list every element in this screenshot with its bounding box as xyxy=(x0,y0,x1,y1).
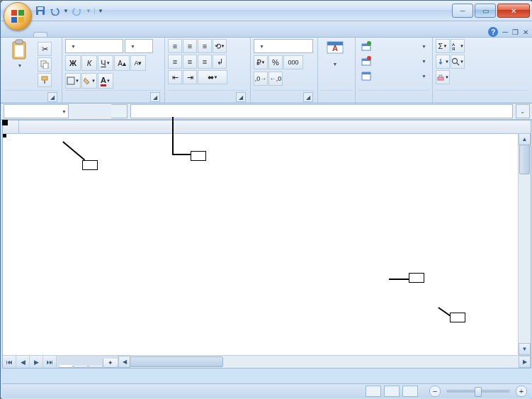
dialog-launcher-icon[interactable]: ◢ xyxy=(303,92,313,102)
svg-rect-14 xyxy=(67,77,74,84)
font-color-button[interactable]: A▼ xyxy=(98,73,113,89)
expand-formula-bar-icon[interactable]: ⌄ xyxy=(516,104,530,118)
percent-icon[interactable]: % xyxy=(268,55,283,69)
autosum-icon[interactable]: Σ▼ xyxy=(436,39,450,53)
formula-input[interactable] xyxy=(130,104,513,118)
tab-insert[interactable] xyxy=(47,32,62,37)
sheet-nav-first-icon[interactable]: ⏮ xyxy=(3,356,16,368)
clear-icon[interactable]: ▼ xyxy=(436,70,450,84)
vertical-scrollbar[interactable]: ▲ ▼ xyxy=(518,133,531,355)
svg-rect-12 xyxy=(42,77,47,80)
insert-function-button[interactable] xyxy=(111,104,128,118)
view-page-layout-icon[interactable] xyxy=(384,386,400,397)
redo-icon[interactable] xyxy=(72,5,83,16)
cut-icon[interactable]: ✂ xyxy=(38,42,52,56)
align-middle-icon[interactable]: ≡ xyxy=(183,39,197,53)
sheet-tab-3[interactable] xyxy=(88,366,103,368)
grid-rows[interactable] xyxy=(3,133,518,355)
border-button[interactable]: ▼ xyxy=(65,73,81,89)
align-left-icon[interactable]: ≡ xyxy=(168,55,182,69)
currency-icon[interactable]: ₽▼ xyxy=(254,55,268,69)
wrap-text-icon[interactable]: ↲ xyxy=(213,55,227,69)
tab-abbyy[interactable] xyxy=(132,32,147,37)
decrease-indent-icon[interactable]: ⇤ xyxy=(168,70,182,84)
decrease-decimal-icon[interactable]: ←,0 xyxy=(268,72,283,86)
align-bottom-icon[interactable]: ≡ xyxy=(198,39,212,53)
scroll-down-icon[interactable]: ▼ xyxy=(519,343,531,355)
cells-format-button[interactable]: ▼ xyxy=(358,69,429,83)
zoom-out-button[interactable]: − xyxy=(429,386,441,397)
sheet-tab-2[interactable] xyxy=(73,366,89,368)
decrease-font-icon[interactable]: A▾ xyxy=(130,55,146,71)
sheet-nav-next-icon[interactable]: ▶ xyxy=(30,356,43,368)
cells-delete-button[interactable]: ▼ xyxy=(358,54,429,68)
underline-button[interactable]: Ч▼ xyxy=(98,55,113,71)
close-button[interactable]: ✕ xyxy=(497,4,530,18)
sheet-nav-last-icon[interactable]: ⏭ xyxy=(43,356,57,368)
svg-rect-1 xyxy=(18,10,24,16)
svg-rect-13 xyxy=(44,80,45,84)
new-sheet-button[interactable]: ✦ xyxy=(103,359,118,368)
tab-view[interactable] xyxy=(118,32,132,37)
doc-restore-icon[interactable]: ❐ xyxy=(512,28,519,36)
office-button[interactable] xyxy=(4,2,32,30)
tab-data[interactable] xyxy=(90,32,104,37)
align-right-icon[interactable]: ≡ xyxy=(198,55,212,69)
italic-button[interactable]: К xyxy=(81,55,97,71)
tab-home[interactable] xyxy=(33,32,47,37)
font-size-combo[interactable]: ▼ xyxy=(125,39,153,53)
view-normal-icon[interactable] xyxy=(366,386,381,397)
tab-review[interactable] xyxy=(104,32,118,37)
comma-icon[interactable]: 000 xyxy=(283,55,303,69)
name-box[interactable]: ▼ xyxy=(4,104,69,118)
fill-color-button[interactable]: ▼ xyxy=(81,73,97,89)
styles-button[interactable]: A ▼ xyxy=(321,39,349,67)
number-format-combo[interactable]: ▼ xyxy=(254,39,313,53)
sort-icon[interactable]: АЯ▼ xyxy=(451,39,465,53)
font-name-combo[interactable]: ▼ xyxy=(65,39,123,53)
vscroll-thumb[interactable] xyxy=(519,145,530,174)
find-icon[interactable]: ▼ xyxy=(451,55,465,69)
doc-close-icon[interactable]: ✕ xyxy=(523,28,528,36)
sheet-nav-prev-icon[interactable]: ◀ xyxy=(16,356,30,368)
format-painter-icon[interactable] xyxy=(38,73,52,87)
annotation-insert-function xyxy=(191,151,206,161)
scroll-left-icon[interactable]: ◀ xyxy=(118,356,130,368)
scroll-right-icon[interactable]: ▶ xyxy=(519,356,531,368)
tab-formulas[interactable] xyxy=(76,32,90,37)
dialog-launcher-icon[interactable]: ◢ xyxy=(150,92,160,102)
align-top-icon[interactable]: ≡ xyxy=(168,39,182,53)
dialog-launcher-icon[interactable]: ◢ xyxy=(236,92,246,102)
orientation-icon[interactable]: ⟲▼ xyxy=(213,39,227,53)
dialog-launcher-icon[interactable]: ◢ xyxy=(47,92,57,102)
save-icon[interactable] xyxy=(35,5,46,16)
redo-dropdown-icon[interactable]: ▼ xyxy=(86,8,91,14)
maximize-button[interactable]: ▭ xyxy=(475,4,496,18)
svg-point-20 xyxy=(367,41,371,45)
paste-button[interactable]: ▼ xyxy=(4,39,36,68)
increase-decimal-icon[interactable]: ,0→ xyxy=(254,72,268,86)
cells-insert-button[interactable]: ▼ xyxy=(358,39,429,53)
fill-icon[interactable]: ▼ xyxy=(436,55,450,69)
hscroll-thumb[interactable] xyxy=(130,356,223,367)
qat-customize-icon[interactable]: ▼ xyxy=(94,8,103,14)
scroll-up-icon[interactable]: ▲ xyxy=(519,133,531,145)
ribbon-minimize-icon[interactable]: ─ xyxy=(502,28,508,36)
minimize-button[interactable]: ─ xyxy=(452,4,473,18)
sheet-tab-1[interactable] xyxy=(58,365,74,368)
zoom-in-button[interactable]: + xyxy=(516,386,527,397)
increase-indent-icon[interactable]: ⇥ xyxy=(183,70,197,84)
undo-dropdown-icon[interactable]: ▼ xyxy=(63,8,69,14)
merge-button[interactable]: ⬌▼ xyxy=(198,70,227,84)
align-center-icon[interactable]: ≡ xyxy=(183,55,197,69)
view-page-break-icon[interactable] xyxy=(402,386,418,397)
horizontal-scrollbar[interactable]: ◀ ▶ xyxy=(118,356,531,368)
undo-icon[interactable] xyxy=(49,5,60,16)
select-all-corner[interactable] xyxy=(3,120,19,133)
bold-button[interactable]: Ж xyxy=(65,55,81,71)
tab-page-layout[interactable] xyxy=(62,32,76,37)
zoom-slider[interactable] xyxy=(446,390,510,393)
help-icon[interactable]: ? xyxy=(488,27,498,37)
increase-font-icon[interactable]: A▴ xyxy=(114,55,130,71)
copy-icon[interactable] xyxy=(38,57,52,72)
